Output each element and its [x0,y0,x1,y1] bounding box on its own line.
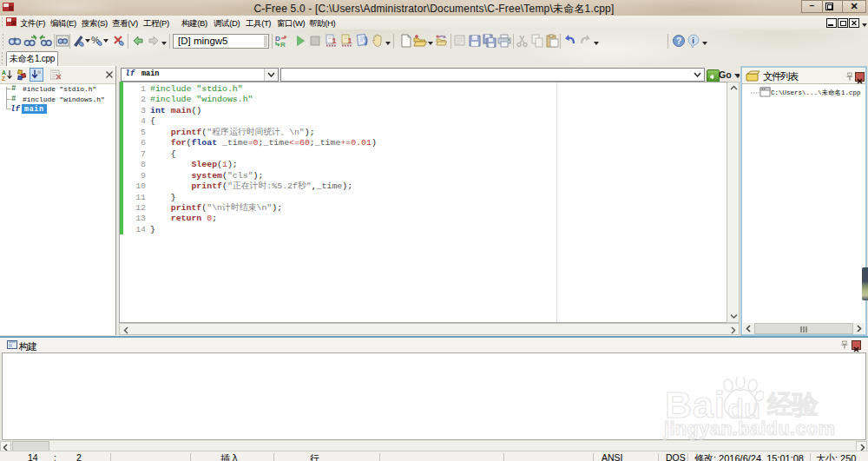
svg-text:1: 1 [332,36,337,45]
svg-text:A: A [2,69,6,76]
svg-text:i: i [692,36,694,45]
svg-text:?: ? [676,36,681,46]
svg-text:Z: Z [2,76,5,82]
svg-text:R: R [280,41,286,48]
svg-text:1: 1 [348,36,352,45]
